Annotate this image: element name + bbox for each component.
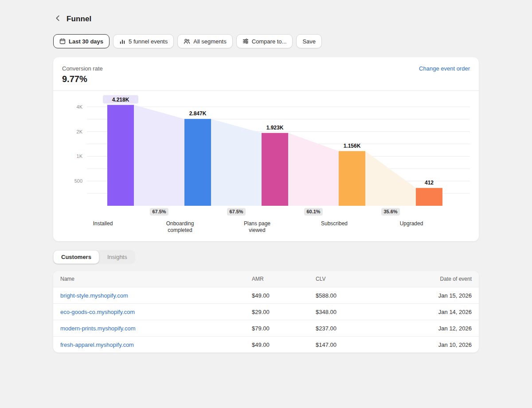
- conversion-rate-block: Conversion rate 9.77%: [62, 65, 103, 84]
- column-header-name: Name: [60, 276, 252, 282]
- page-content: Funnel Last 30 days 5 funnel events: [53, 0, 479, 353]
- page-title: Funnel: [66, 15, 91, 24]
- page-header: Funnel: [53, 13, 479, 24]
- tab-customers[interactable]: Customers: [53, 250, 99, 264]
- funnel-chart: 4K2K1K5004.218K2.847K1.923K1.156K41267.5…: [53, 93, 479, 235]
- tab-insights[interactable]: Insights: [99, 250, 135, 264]
- column-header-amr: AMR: [252, 276, 316, 282]
- date-cell: Jan 14, 2026: [404, 309, 472, 315]
- clv-cell: $348.00: [316, 309, 404, 315]
- segments-button[interactable]: All segments: [177, 34, 232, 48]
- funnel-events-label: 5 funnel events: [129, 38, 168, 45]
- amr-cell: $49.00: [252, 292, 316, 299]
- date-cell: Jan 15, 2026: [404, 292, 472, 299]
- column-header-clv: CLV: [316, 276, 404, 282]
- save-button[interactable]: Save: [296, 34, 322, 48]
- sliders-icon: [243, 38, 249, 44]
- table-row: fresh-apparel.myshopify.com $49.00 $147.…: [53, 336, 479, 353]
- y-axis-label: 500: [74, 178, 82, 184]
- date-cell: Jan 10, 2026: [404, 341, 472, 348]
- x-axis-label: viewed: [249, 227, 265, 233]
- chevron-left-icon: [54, 14, 62, 24]
- calendar-icon: [59, 38, 66, 44]
- amr-cell: $49.00: [252, 341, 316, 348]
- compare-to-button[interactable]: Compare to...: [236, 34, 293, 48]
- step-conversion-label: 60.1%: [306, 209, 320, 214]
- toolbar: Last 30 days 5 funnel events All segment…: [53, 34, 479, 48]
- table-row: modern-prints.myshopify.com $79.00 $237.…: [53, 320, 479, 336]
- funnel-value-label: 412: [425, 180, 434, 186]
- clv-cell: $237.00: [316, 325, 404, 332]
- funnel-value-label: 1.923K: [266, 125, 284, 131]
- customer-link[interactable]: fresh-apparel.myshopify.com: [60, 341, 134, 348]
- funnel-bar: [262, 133, 288, 206]
- clv-cell: $588.00: [316, 292, 404, 299]
- date-range-button[interactable]: Last 30 days: [53, 34, 110, 48]
- x-axis-label: Plans page: [244, 220, 270, 227]
- clv-cell: $147.00: [316, 341, 404, 348]
- people-icon: [184, 38, 190, 44]
- funnel-bar: [416, 188, 442, 206]
- back-button[interactable]: [53, 13, 63, 24]
- amr-cell: $79.00: [252, 325, 316, 332]
- funnel-bar: [339, 151, 365, 206]
- y-axis-label: 2K: [77, 129, 83, 134]
- funnel-value-label: 2.847K: [189, 110, 207, 117]
- funnel-value-label: 4.218K: [112, 97, 129, 103]
- customer-link[interactable]: modern-prints.myshopify.com: [60, 325, 136, 332]
- funnel-card-header: Conversion rate 9.77% Change event order: [53, 57, 479, 91]
- compare-to-label: Compare to...: [252, 38, 287, 45]
- conversion-rate-label: Conversion rate: [62, 65, 103, 72]
- x-axis-label: completed: [168, 227, 192, 233]
- funnel-bar: [184, 119, 211, 206]
- y-axis-label: 4K: [77, 104, 83, 110]
- table-row: bright-style.myshopify.com $49.00 $588.0…: [53, 287, 479, 303]
- table-header-row: Name AMR CLV Date of event: [53, 271, 479, 287]
- step-conversion-label: 35.6%: [383, 209, 397, 214]
- y-axis-label: 1K: [77, 153, 83, 159]
- x-axis-label: Subscribed: [321, 220, 348, 227]
- step-conversion-label: 67.5%: [229, 209, 243, 214]
- column-header-date: Date of event: [404, 276, 472, 282]
- change-event-order-link[interactable]: Change event order: [419, 65, 470, 72]
- save-label: Save: [302, 38, 316, 45]
- tab-group: Customers Insights: [53, 250, 135, 264]
- customer-link[interactable]: eco-goods-co.myshopify.com: [60, 309, 135, 315]
- funnel-bar: [107, 105, 134, 206]
- customer-link[interactable]: bright-style.myshopify.com: [60, 292, 128, 299]
- date-range-label: Last 30 days: [69, 38, 103, 45]
- date-cell: Jan 12, 2026: [404, 325, 472, 332]
- step-conversion-label: 67.5%: [152, 209, 166, 214]
- x-axis-label: Onboarding: [166, 220, 194, 227]
- segments-label: All segments: [193, 38, 226, 45]
- x-axis-label: Upgraded: [400, 220, 423, 227]
- funnel-chart-wrap: 4K2K1K5004.218K2.847K1.923K1.156K41267.5…: [53, 91, 479, 241]
- funnel-value-label: 1.156K: [344, 143, 361, 149]
- conversion-rate-value: 9.77%: [62, 74, 103, 84]
- funnel-card: Conversion rate 9.77% Change event order…: [53, 57, 479, 241]
- table-row: eco-goods-co.myshopify.com $29.00 $348.0…: [53, 303, 479, 320]
- amr-cell: $29.00: [252, 309, 316, 315]
- bar-chart-icon: [119, 38, 125, 44]
- x-axis-label: Installed: [93, 220, 113, 227]
- customers-table: Name AMR CLV Date of event bright-style.…: [53, 271, 479, 353]
- funnel-events-button[interactable]: 5 funnel events: [113, 34, 174, 48]
